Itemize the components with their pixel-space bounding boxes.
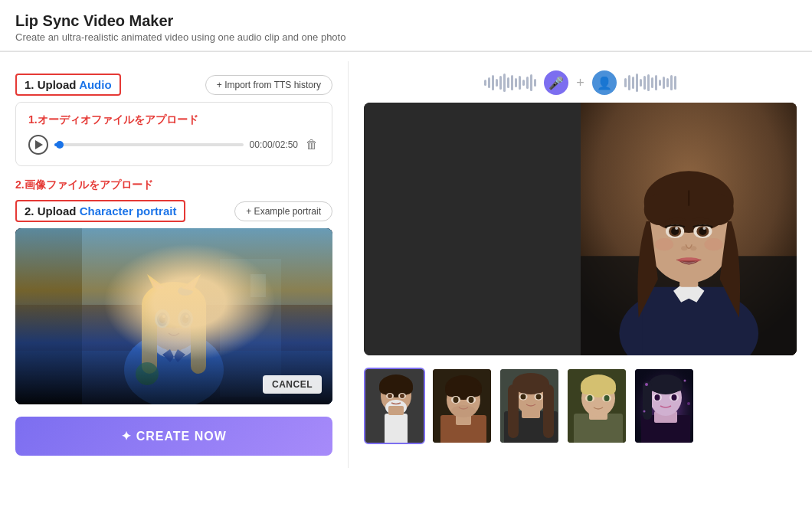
left-waveform xyxy=(484,74,536,92)
wave-bar xyxy=(519,76,521,90)
thumb-3-svg xyxy=(500,369,558,443)
thumb-1-svg xyxy=(365,369,424,443)
wave-bar xyxy=(636,74,638,92)
upload-portrait-title: 2. Upload Character portrait xyxy=(15,200,185,222)
svg-point-54 xyxy=(704,238,722,250)
section2-header: 2. Upload Character portrait + Example p… xyxy=(15,200,332,222)
play-button[interactable] xyxy=(28,135,48,155)
thumbnail-3-image xyxy=(500,369,558,443)
svg-point-111 xyxy=(645,383,648,386)
svg-point-110 xyxy=(672,394,677,401)
thumb-2-svg xyxy=(433,369,491,443)
upload-portrait-label-highlight: Character portrait xyxy=(80,204,177,218)
app-header: Lip Sync Video Maker Create an ultra-rea… xyxy=(0,0,812,51)
svg-rect-71 xyxy=(445,384,482,397)
wave-bar xyxy=(515,78,517,87)
svg-rect-94 xyxy=(581,383,616,394)
video-left-half xyxy=(364,103,581,355)
thumbnail-1-image xyxy=(365,369,424,443)
thumbnail-4[interactable] xyxy=(566,368,627,444)
svg-point-75 xyxy=(469,397,474,403)
waveform-bar: 🎤 + 👤 xyxy=(364,70,797,95)
video-preview-svg xyxy=(581,103,797,355)
thumbnail-2-image xyxy=(433,369,491,443)
svg-point-65 xyxy=(400,394,404,398)
wave-bar xyxy=(534,79,536,87)
thumbnail-5[interactable] xyxy=(634,368,695,444)
mic-symbol: 🎤 xyxy=(548,76,564,90)
section1-header: 1. Upload Audio + Import from TTS histor… xyxy=(15,74,332,96)
right-panel: 🎤 + 👤 xyxy=(349,61,812,468)
wave-bar xyxy=(499,76,502,90)
video-preview xyxy=(364,103,797,355)
mic-icon: 🎤 xyxy=(544,70,568,95)
wave-bar xyxy=(628,75,630,90)
right-waveform xyxy=(624,74,676,92)
svg-rect-84 xyxy=(512,381,549,391)
wave-bar xyxy=(530,74,532,91)
svg-rect-61 xyxy=(388,406,404,415)
example-portrait-button[interactable]: + Example portrait xyxy=(234,201,332,221)
image-upload-label: 2.画像ファイルをアプロード xyxy=(15,178,332,192)
svg-rect-81 xyxy=(508,384,519,438)
delete-audio-button[interactable]: 🗑 xyxy=(304,136,319,153)
svg-point-74 xyxy=(453,397,459,403)
wave-bar xyxy=(507,77,509,88)
wave-bar xyxy=(488,77,490,88)
svg-point-87 xyxy=(521,394,526,400)
audio-player: 00:00/02:50 🗑 xyxy=(28,135,319,155)
svg-point-49 xyxy=(675,227,678,230)
wave-bar xyxy=(643,76,646,90)
thumbnail-5-image xyxy=(635,369,693,443)
svg-point-113 xyxy=(687,402,690,405)
wave-bar xyxy=(496,79,498,87)
svg-rect-106 xyxy=(643,381,652,420)
svg-point-88 xyxy=(536,394,542,400)
left-panel: 1. Upload Audio + Import from TTS histor… xyxy=(0,61,349,468)
svg-rect-105 xyxy=(649,381,683,391)
upload-audio-label-prefix: 1. Upload xyxy=(25,78,79,91)
wave-bar xyxy=(503,74,506,92)
upload-audio-label-highlight: Audio xyxy=(79,78,112,91)
create-now-button[interactable]: ✦ CREATE NOW xyxy=(15,417,332,456)
wave-bar xyxy=(663,77,665,89)
svg-rect-82 xyxy=(543,384,554,438)
wave-bar xyxy=(484,80,486,86)
header-divider xyxy=(0,51,812,52)
import-tts-button[interactable]: + Import from TTS history xyxy=(205,75,332,95)
thumbnail-1[interactable] xyxy=(364,368,425,444)
svg-point-97 xyxy=(588,395,593,401)
portrait-upload-area[interactable]: CANCEL xyxy=(15,228,332,404)
upload-audio-title: 1. Upload Audio xyxy=(15,74,121,96)
svg-point-109 xyxy=(655,394,660,401)
audio-progress-bar[interactable] xyxy=(54,143,244,146)
wave-bar xyxy=(632,77,634,89)
app-title: Lip Sync Video Maker xyxy=(15,12,797,30)
svg-point-114 xyxy=(643,411,646,413)
svg-rect-59 xyxy=(385,414,408,443)
svg-point-51 xyxy=(681,246,687,250)
wave-bar xyxy=(674,76,676,90)
svg-point-53 xyxy=(654,238,673,250)
thumbnail-2[interactable] xyxy=(431,368,493,444)
wave-bar xyxy=(670,75,673,90)
svg-point-64 xyxy=(388,394,392,398)
wave-bar xyxy=(655,75,657,90)
wave-bar xyxy=(666,78,669,87)
wave-bar xyxy=(651,77,653,88)
thumbnail-3[interactable] xyxy=(499,368,560,444)
plus-sign: + xyxy=(576,75,584,91)
svg-point-50 xyxy=(702,227,706,230)
audio-upload-area: 1.オーディオファイルをアプロード 00:00/02:50 🗑 xyxy=(15,102,332,166)
app-subtitle: Create an ultra-realistic animated video… xyxy=(15,31,797,43)
svg-point-98 xyxy=(604,395,610,401)
person-icon: 👤 xyxy=(592,70,617,95)
thumb-4-svg xyxy=(568,369,626,443)
cancel-portrait-button[interactable]: CANCEL xyxy=(263,375,322,394)
upload-portrait-label-prefix: 2. Upload xyxy=(25,204,80,218)
svg-point-112 xyxy=(684,380,686,382)
wave-bar xyxy=(659,80,661,86)
video-inner xyxy=(364,103,797,355)
wave-bar xyxy=(511,75,513,90)
audio-progress-fill xyxy=(54,143,60,146)
